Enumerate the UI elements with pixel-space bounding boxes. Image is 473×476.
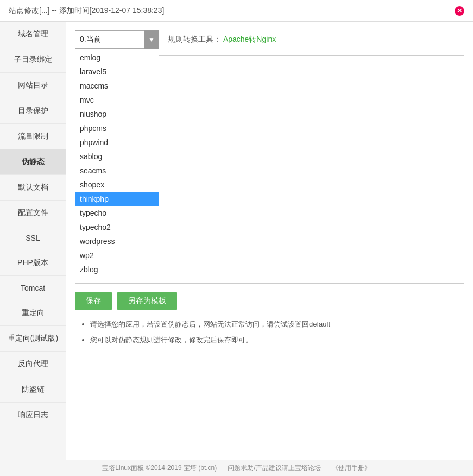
sidebar-item-domain[interactable]: 域名管理 — [0, 22, 66, 47]
dropdown-item-maccms[interactable]: maccms — [75, 79, 159, 93]
dropdown-item-phpcms[interactable]: phpcms — [75, 121, 159, 135]
dropdown-item-wordpress[interactable]: wordpress — [75, 234, 159, 248]
close-button[interactable]: ✕ — [455, 6, 464, 16]
sidebar-item-subdir[interactable]: 子目录绑定 — [0, 47, 66, 73]
tips-section: 请选择您的应用，若设置伪静态后，网站无法正常访问，请尝试设置回default您可… — [75, 319, 464, 346]
tips-list: 请选择您的应用，若设置伪静态后，网站无法正常访问，请尝试设置回default您可… — [79, 319, 464, 346]
content-area: 0.当前 ▼ discuzx2discuzx3drupalecshopemlog… — [66, 22, 473, 460]
sidebar-item-accesslog[interactable]: 响应日志 — [0, 403, 66, 428]
tool-row: 规则转换工具： Apache转Nginx — [168, 35, 276, 45]
dropdown-item-zblog[interactable]: zblog — [75, 262, 159, 277]
button-row: 保存 另存为模板 — [75, 292, 464, 310]
dropdown-item-seacms[interactable]: seacms — [75, 164, 159, 178]
tip-item: 您可以对伪静态规则进行修改，修改完后保存即可。 — [90, 335, 464, 346]
dropdown-item-typecho[interactable]: typecho — [75, 206, 159, 220]
footer-copyright: 宝塔Linux面板 ©2014-2019 宝塔 (bt.cn) — [102, 464, 217, 473]
sidebar-item-config[interactable]: 配置文件 — [0, 201, 66, 226]
dropdown-item-phpwind[interactable]: phpwind — [75, 135, 159, 149]
sidebar-item-redirecttest[interactable]: 重定向(测试版) — [0, 326, 66, 352]
sidebar-item-reverseproxy[interactable]: 反向代理 — [0, 352, 66, 377]
rewrite-dropdown-list[interactable]: discuzx2discuzx3drupalecshopemloglaravel… — [75, 49, 159, 277]
dropdown-item-mvc[interactable]: mvc — [75, 93, 159, 107]
dropdown-item-sablog[interactable]: sablog — [75, 149, 159, 164]
tool-label: 规则转换工具： — [168, 35, 221, 43]
save-button[interactable]: 保存 — [75, 292, 112, 310]
save-as-template-button[interactable]: 另存为模板 — [117, 292, 177, 310]
select-current-label: 0.当前 — [80, 35, 102, 45]
page-title: 站点修改[...] -- 添加时间[2019-12-07 15:38:23] — [9, 6, 164, 16]
sidebar: 域名管理子目录绑定网站目录目录保护流量限制伪静态默认文档配置文件SSLPHP版本… — [0, 22, 66, 460]
sidebar-item-hotlink[interactable]: 防盗链 — [0, 377, 66, 403]
dropdown-row: 0.当前 ▼ discuzx2discuzx3drupalecshopemlog… — [75, 30, 464, 49]
footer-manual-link[interactable]: 《使用手册》 — [332, 464, 371, 473]
footer-help-link[interactable]: 问题求助/产品建议请上宝塔论坛 — [228, 464, 320, 473]
tip-item: 请选择您的应用，若设置伪静态后，网站无法正常访问，请尝试设置回default — [90, 319, 464, 330]
sidebar-item-defaultdoc[interactable]: 默认文档 — [0, 175, 66, 201]
rewrite-select-button[interactable]: 0.当前 ▼ — [75, 30, 159, 49]
select-arrow-icon: ▼ — [144, 30, 159, 49]
dropdown-item-niushop[interactable]: niushop — [75, 107, 159, 121]
sidebar-item-sitedir[interactable]: 网站目录 — [0, 73, 66, 98]
dropdown-item-wp2[interactable]: wp2 — [75, 248, 159, 262]
dropdown-item-thinkphp[interactable]: thinkphp — [75, 192, 159, 206]
sidebar-item-traffic[interactable]: 流量限制 — [0, 124, 66, 149]
page-header: 站点修改[...] -- 添加时间[2019-12-07 15:38:23] ✕ — [0, 0, 473, 22]
apache-to-nginx-link[interactable]: Apache转Nginx — [223, 35, 276, 43]
sidebar-item-dirprotect[interactable]: 目录保护 — [0, 98, 66, 124]
sidebar-item-ssl[interactable]: SSL — [0, 226, 66, 250]
sidebar-item-tomcat[interactable]: Tomcat — [0, 276, 66, 300]
main-layout: 域名管理子目录绑定网站目录目录保护流量限制伪静态默认文档配置文件SSLPHP版本… — [0, 22, 473, 460]
dropdown-item-shopex[interactable]: shopex — [75, 178, 159, 192]
sidebar-item-rewrite[interactable]: 伪静态 — [0, 149, 66, 175]
dropdown-item-emlog[interactable]: emlog — [75, 51, 159, 65]
sidebar-item-phpver[interactable]: PHP版本 — [0, 250, 66, 276]
page-footer: 宝塔Linux面板 ©2014-2019 宝塔 (bt.cn) 问题求助/产品建… — [0, 460, 473, 476]
rewrite-select-container: 0.当前 ▼ discuzx2discuzx3drupalecshopemlog… — [75, 30, 159, 49]
dropdown-item-laravel5[interactable]: laravel5 — [75, 65, 159, 79]
dropdown-item-typecho2[interactable]: typecho2 — [75, 220, 159, 234]
sidebar-item-redirect[interactable]: 重定向 — [0, 300, 66, 326]
